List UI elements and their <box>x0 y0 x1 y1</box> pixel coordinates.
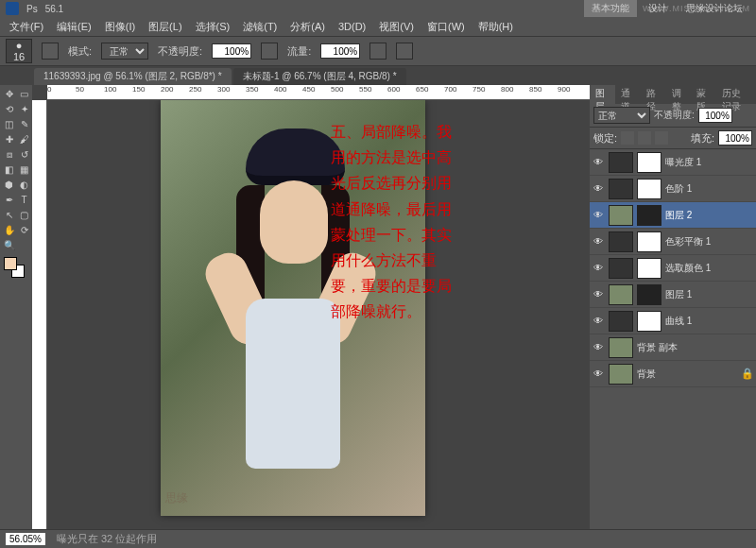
layer-thumb[interactable] <box>609 311 633 332</box>
brush-panel-icon[interactable] <box>42 43 59 60</box>
panel-tab-adjust[interactable]: 调整 <box>666 85 692 104</box>
flow-input[interactable] <box>320 43 360 59</box>
menu-3d[interactable]: 3D(D) <box>333 19 371 34</box>
layer-row[interactable]: 👁图层 2 <box>590 202 756 229</box>
crop-tool[interactable]: ◫ <box>2 117 16 131</box>
layer-mask[interactable] <box>637 205 662 226</box>
layer-thumb[interactable] <box>609 284 633 305</box>
marquee-tool[interactable]: ▭ <box>17 87 31 101</box>
doc-tab-2[interactable]: 未标题-1 @ 66.7% (图层 4, RGB/8) * <box>233 68 406 85</box>
color-swatches[interactable] <box>2 257 31 278</box>
layer-row[interactable]: 👁图层 1 <box>590 282 756 308</box>
menu-filter[interactable]: 滤镜(T) <box>237 18 283 36</box>
menu-edit[interactable]: 编辑(E) <box>51 18 97 36</box>
menu-window[interactable]: 窗口(W) <box>421 18 471 36</box>
visibility-icon[interactable]: 👁 <box>592 341 605 354</box>
layer-row[interactable]: 👁背景 副本 <box>590 334 756 361</box>
layer-row[interactable]: 👁背景🔒 <box>590 361 756 387</box>
panel-tab-history[interactable]: 历史记录 <box>716 85 756 104</box>
dodge-tool[interactable]: ◐ <box>17 178 31 192</box>
layer-mask[interactable] <box>637 258 662 279</box>
layer-thumb[interactable] <box>609 364 633 385</box>
panel-tab-paths[interactable]: 路径 <box>641 85 666 104</box>
visibility-icon[interactable]: 👁 <box>592 262 605 275</box>
layer-mask[interactable] <box>637 152 662 173</box>
brush-tool[interactable]: 🖌 <box>17 132 31 146</box>
annotation-text: 五、局部降噪。我用的方法是选中高光后反选再分别用道通降噪，最后用蒙处理一下。其实… <box>331 119 463 325</box>
visibility-icon[interactable]: 👁 <box>592 368 605 381</box>
blend-mode-select[interactable]: 正常 <box>101 43 148 60</box>
layer-thumb[interactable] <box>609 337 633 358</box>
hand-tool[interactable]: ✋ <box>2 223 16 237</box>
menu-select[interactable]: 选择(S) <box>190 18 236 36</box>
pressure-opacity-icon[interactable] <box>261 43 278 60</box>
layer-thumb[interactable] <box>609 258 633 279</box>
visibility-icon[interactable]: 👁 <box>592 156 605 169</box>
history-brush-tool[interactable]: ↺ <box>17 147 31 162</box>
opacity-label: 不透明度: <box>158 44 202 59</box>
fg-color[interactable] <box>4 257 17 270</box>
doc-tab-1[interactable]: 11639393.jpg @ 56.1% (图层 2, RGB/8*) * <box>34 68 232 85</box>
layer-row[interactable]: 👁色阶 1 <box>590 176 756 202</box>
airbrush-icon[interactable] <box>369 43 387 60</box>
blur-tool[interactable]: ⬢ <box>2 178 16 192</box>
canvas-viewport[interactable]: 思缘 五、局部降噪。我用的方法是选中高光后反选再分别用道通降噪，最后用蒙处理一下… <box>47 100 590 529</box>
status-bar: 56.05% 曝光只在 32 位起作用 <box>0 529 756 548</box>
panel-tab-channels[interactable]: 通道 <box>615 85 641 104</box>
panel-tab-mask[interactable]: 蒙版 <box>691 85 716 104</box>
opacity-input[interactable] <box>212 43 251 59</box>
menu-file[interactable]: 文件(F) <box>4 18 49 36</box>
visibility-icon[interactable]: 👁 <box>592 288 605 301</box>
layer-thumb[interactable] <box>609 231 633 252</box>
pen-tool[interactable]: ✒ <box>2 193 16 207</box>
menu-view[interactable]: 视图(V) <box>373 18 420 36</box>
rotate-tool[interactable]: ⟳ <box>17 223 31 237</box>
lock-position-icon[interactable] <box>638 131 651 145</box>
eraser-tool[interactable]: ◧ <box>2 163 16 177</box>
path-tool[interactable]: ↖ <box>2 208 16 222</box>
menu-image[interactable]: 图像(I) <box>99 18 141 36</box>
ruler-vertical[interactable] <box>32 100 47 529</box>
lock-pixels-icon[interactable] <box>621 131 634 145</box>
heal-tool[interactable]: ✚ <box>2 132 16 146</box>
layer-row[interactable]: 👁曲线 1 <box>590 308 756 334</box>
brush-preset-picker[interactable]: ●16 <box>6 39 32 63</box>
layer-blend-select[interactable]: 正常 <box>593 107 650 124</box>
lock-all-icon[interactable] <box>655 131 668 145</box>
visibility-icon[interactable]: 👁 <box>592 235 605 248</box>
workspace-tab-basic[interactable]: 基本功能 <box>584 0 637 17</box>
layer-opacity-input[interactable] <box>698 108 732 123</box>
move-tool[interactable]: ✥ <box>2 87 16 101</box>
layer-thumb[interactable] <box>609 179 633 199</box>
layer-row[interactable]: 👁色彩平衡 1 <box>590 229 756 255</box>
ruler-horizontal[interactable]: 0501001502002503003504004505005506006507… <box>47 85 590 100</box>
wand-tool[interactable]: ✦ <box>17 102 31 116</box>
app-logo-icon <box>6 2 19 15</box>
layer-row[interactable]: 👁选取颜色 1 <box>590 255 756 282</box>
layer-mask[interactable] <box>637 231 662 252</box>
fill-input[interactable] <box>718 130 752 146</box>
layer-row[interactable]: 👁曝光度 1 <box>590 149 756 176</box>
visibility-icon[interactable]: 👁 <box>592 209 605 222</box>
menu-help[interactable]: 帮助(H) <box>472 18 519 36</box>
layer-mask[interactable] <box>637 284 662 305</box>
pressure-size-icon[interactable] <box>396 43 413 60</box>
layer-thumb[interactable] <box>609 152 633 173</box>
visibility-icon[interactable]: 👁 <box>592 182 605 196</box>
panel-tab-layers[interactable]: 图层 <box>590 85 615 104</box>
menu-analysis[interactable]: 分析(A) <box>284 18 331 36</box>
layer-thumb[interactable] <box>609 205 633 226</box>
gradient-tool[interactable]: ▦ <box>17 163 31 177</box>
stamp-tool[interactable]: ⧈ <box>2 147 16 162</box>
layer-mask[interactable] <box>637 311 662 332</box>
visibility-icon[interactable]: 👁 <box>592 315 605 328</box>
lasso-tool[interactable]: ⟲ <box>2 102 16 116</box>
layer-opacity-label: 不透明度: <box>654 109 695 122</box>
zoom-level[interactable]: 56.05% <box>6 533 45 545</box>
shape-tool[interactable]: ▢ <box>17 208 31 222</box>
zoom-tool[interactable]: 🔍 <box>2 238 16 252</box>
type-tool[interactable]: T <box>17 193 31 207</box>
layer-mask[interactable] <box>637 179 662 199</box>
menu-layer[interactable]: 图层(L) <box>143 18 187 36</box>
eyedrop-tool[interactable]: ✎ <box>17 117 31 131</box>
